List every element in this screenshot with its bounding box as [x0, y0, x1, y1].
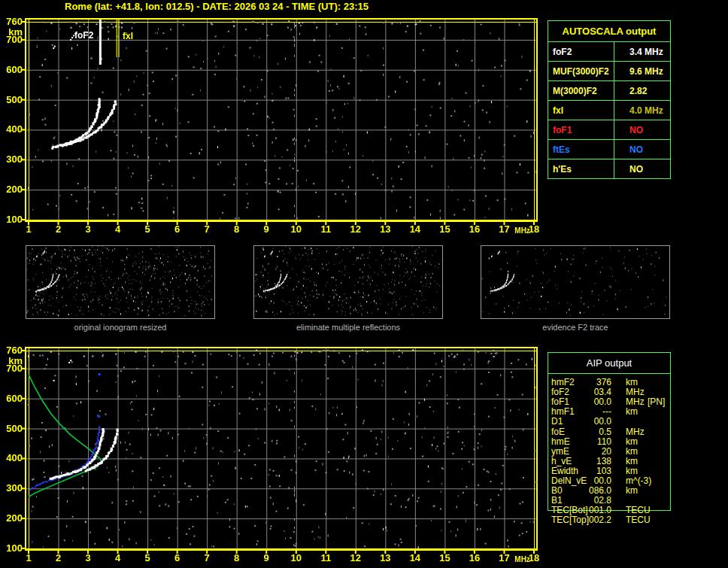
aip-param-label: hmE — [551, 437, 570, 447]
autoscala-param-label: h'Es — [548, 159, 614, 178]
bottom-ionogram-canvas — [21, 346, 540, 557]
aip-param-unit: MHz — [626, 397, 645, 407]
autoscala-row: ftEsNO — [548, 139, 670, 159]
x-axis-tick-label: 14 — [405, 552, 426, 563]
aip-row: ymE20km — [548, 447, 675, 457]
aip-param-unit: m^(-3) — [626, 476, 651, 486]
aip-param-unit: TECU — [626, 506, 651, 515]
autoscala-param-label: foF1 — [548, 120, 614, 139]
x-axis-tick-label: 16 — [464, 552, 485, 563]
aip-param-unit: km — [626, 447, 638, 457]
autoscala-param-value: NO — [614, 159, 670, 178]
aip-row: B102.8 — [548, 496, 675, 506]
autoscala-output-panel: AUTOSCALA output foF23.4 MHzMUF(3000)F29… — [548, 20, 671, 179]
aip-param-unit: MHz — [626, 427, 645, 437]
x-axis-tick-label: 11 — [315, 552, 336, 563]
aip-row: hmE110km — [548, 437, 675, 447]
y-axis-tick-label: 400 — [0, 453, 23, 463]
aip-row: B0086.0km — [548, 486, 675, 496]
aip-param-value: 001.0 — [569, 506, 611, 515]
autoscala-row: foF1NO — [548, 120, 670, 139]
x-axis-tick-label: 9 — [256, 223, 277, 235]
aip-param-label: foE — [551, 427, 565, 437]
thumbnail-original-canvas — [26, 246, 213, 317]
thumbnail-original-ionogram — [26, 245, 215, 319]
aip-row: D100.0 — [548, 417, 675, 427]
autoscala-param-label: ftEs — [548, 140, 614, 159]
aip-row: foF203.4MHz — [548, 387, 675, 397]
x-axis-tick-label: 5 — [137, 552, 158, 563]
aip-param-unit: km — [626, 378, 638, 387]
autoscala-param-value: 2.82 — [614, 81, 670, 100]
aip-param-value: 0.5 — [569, 427, 611, 437]
aip-param-unit: km — [626, 466, 638, 476]
aip-param-label: B0 — [551, 486, 563, 496]
autoscala-param-label: MUF(3000)F2 — [548, 62, 614, 80]
aip-param-label: ymE — [551, 447, 569, 457]
x-axis-tick-label: 17 — [493, 552, 514, 563]
x-axis-tick-label: 4 — [108, 223, 129, 235]
aip-param-label: foF1 — [551, 397, 569, 407]
y-axis-unit-label: km — [0, 27, 23, 38]
y-axis-tick-label: 760 — [0, 17, 23, 27]
aip-param-label: foF2 — [551, 387, 569, 397]
thumbnail-caption-eliminate: eliminate multiple reflections — [253, 323, 443, 332]
aip-row: h_vE138km — [548, 457, 675, 466]
x-axis-tick-label: 12 — [345, 223, 366, 235]
x-axis-tick-label: 14 — [405, 223, 426, 235]
aip-param-unit: km — [626, 407, 638, 417]
aip-param-value: 103 — [569, 466, 611, 476]
y-axis-tick-label: 760 — [0, 345, 23, 356]
x-axis-tick-label: 8 — [226, 223, 247, 235]
aip-panel-title: AIP output — [548, 357, 670, 369]
x-axis-tick-label: 15 — [434, 552, 455, 563]
aip-param-value: 376 — [569, 378, 611, 387]
aip-param-unit: MHz — [626, 387, 645, 397]
x-axis-tick-label: 11 — [315, 223, 336, 235]
y-axis-tick-label: 200 — [0, 184, 23, 195]
x-axis-unit-label: MHz — [514, 555, 530, 563]
aip-param-value: 138 — [569, 457, 611, 466]
y-axis-tick-label: 400 — [0, 124, 23, 135]
aip-param-unit: km — [626, 437, 638, 447]
fxi-marker-label: fxI — [123, 31, 133, 41]
x-axis-tick-label: 9 — [256, 552, 277, 563]
x-axis-tick-label: 5 — [137, 223, 158, 235]
x-axis-tick-label: 16 — [464, 223, 485, 235]
aip-row: Ewidth103km — [548, 466, 675, 476]
y-axis-unit-label: km — [0, 356, 23, 366]
x-axis-tick-label: 13 — [375, 223, 396, 235]
x-axis-unit-label: MHz — [514, 226, 530, 235]
autoscala-row: h'EsNO — [548, 159, 670, 178]
x-axis-tick-label: 12 — [345, 552, 366, 563]
x-axis-tick-label: 17 — [493, 223, 514, 235]
station-date-time-title: Rome (lat: +41.8, lon: 012.5) - DATE: 20… — [65, 1, 369, 12]
autoscala-row: foF23.4 MHz — [548, 42, 670, 61]
x-axis-tick-label: 1 — [18, 223, 39, 235]
x-axis-tick-label: 2 — [48, 223, 69, 235]
x-axis-tick-label: 6 — [167, 552, 188, 563]
autoscala-param-label: fxI — [548, 101, 614, 120]
thumbnail-caption-original: original ionogram resized — [26, 323, 215, 332]
thumbnail-caption-evidence: evidence F2 trace — [481, 323, 670, 332]
y-axis-tick-label: 600 — [0, 393, 23, 404]
aip-param-unit: km — [626, 486, 638, 496]
x-axis-tick-label: 2 — [48, 552, 69, 563]
top-ionogram-canvas — [21, 17, 540, 228]
thumbnail-eliminate-canvas — [254, 246, 441, 317]
aip-row: TEC[Bot]001.0TECU — [548, 506, 675, 515]
x-axis-tick-label: 10 — [286, 552, 307, 563]
x-axis-tick-label: 7 — [196, 552, 217, 563]
aip-param-unit: TECU — [626, 515, 651, 525]
aip-panel-separator — [548, 373, 670, 374]
autoscala-app-window: Rome (lat: +41.8, lon: 012.5) - DATE: 20… — [0, 0, 728, 568]
y-axis-tick-label: 300 — [0, 154, 23, 165]
aip-param-note: [PN] — [648, 397, 665, 407]
aip-param-label: B1 — [551, 496, 563, 506]
x-axis-tick-label: 13 — [375, 552, 396, 563]
aip-param-value: 00.0 — [569, 397, 611, 407]
aip-row: hmF2376km — [548, 378, 675, 387]
y-axis-tick-label: 300 — [0, 483, 23, 494]
autoscala-param-value: NO — [614, 140, 670, 159]
x-axis-tick-label: 8 — [226, 552, 247, 563]
